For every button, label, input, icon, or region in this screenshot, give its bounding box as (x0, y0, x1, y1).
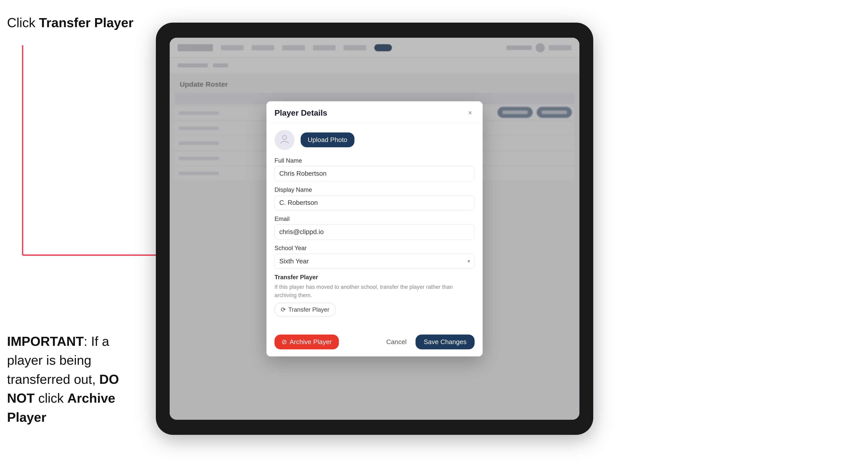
avatar-section: Upload Photo (275, 130, 474, 150)
full-name-input[interactable] (275, 166, 474, 181)
archive-player-button[interactable]: ⊘ Archive Player (275, 335, 339, 349)
display-name-input[interactable] (275, 195, 474, 210)
instruction-top: Click Transfer Player (7, 15, 133, 30)
avatar-circle (275, 130, 294, 150)
svg-point-3 (283, 135, 286, 139)
email-label: Email (275, 215, 474, 222)
transfer-section-description: If this player has moved to another scho… (275, 283, 474, 299)
school-year-select[interactable]: First Year Second Year Third Year Fourth… (275, 254, 474, 269)
instruction-prefix: Click (7, 15, 39, 30)
school-year-label: School Year (275, 245, 474, 252)
avatar-icon (280, 134, 289, 146)
archive-icon: ⊘ (282, 338, 287, 346)
cancel-button[interactable]: Cancel (381, 335, 412, 349)
full-name-label: Full Name (275, 157, 474, 164)
instruction-bottom: IMPORTANT: If a player is being transfer… (7, 332, 148, 427)
transfer-button-label: Transfer Player (288, 306, 329, 313)
modal-overlay: Player Details × (170, 38, 580, 420)
transfer-section-title: Transfer Player (275, 274, 474, 281)
modal-close-button[interactable]: × (466, 108, 474, 117)
transfer-icon: ⟳ (281, 306, 286, 313)
important-label: IMPORTANT (7, 334, 84, 349)
instruction-mid: click (35, 391, 67, 405)
display-name-group: Display Name (275, 186, 474, 210)
modal-title: Player Details (275, 108, 327, 118)
email-input[interactable] (275, 224, 474, 240)
save-changes-button[interactable]: Save Changes (415, 335, 474, 349)
tablet-device: Update Roster (156, 23, 593, 435)
instruction-bold: Transfer Player (39, 15, 133, 30)
tablet-screen: Update Roster (170, 38, 580, 420)
email-group: Email (275, 215, 474, 240)
display-name-label: Display Name (275, 186, 474, 193)
modal-header: Player Details × (267, 101, 483, 123)
modal-footer: ⊘ Archive Player Cancel Save Changes (267, 330, 483, 356)
school-year-select-wrapper: First Year Second Year Third Year Fourth… (275, 254, 474, 269)
full-name-group: Full Name (275, 157, 474, 181)
school-year-group: School Year First Year Second Year Third… (275, 245, 474, 269)
upload-photo-button[interactable]: Upload Photo (301, 132, 354, 147)
player-details-modal: Player Details × (267, 101, 483, 356)
archive-button-label: Archive Player (289, 338, 332, 346)
transfer-player-section: Transfer Player If this player has moved… (275, 274, 474, 316)
transfer-player-button[interactable]: ⟳ Transfer Player (275, 303, 336, 316)
modal-body: Upload Photo Full Name Display Name (267, 123, 483, 330)
